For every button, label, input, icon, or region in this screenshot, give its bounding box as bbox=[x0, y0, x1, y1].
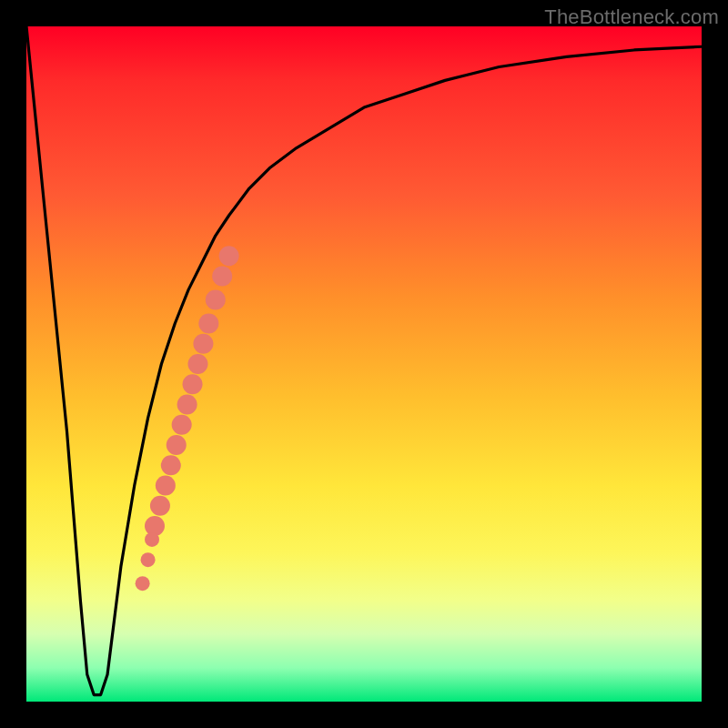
watermark-text: TheBottleneck.com bbox=[544, 5, 719, 29]
highlight-dot bbox=[198, 313, 218, 333]
highlight-dot bbox=[193, 334, 213, 354]
bottleneck-curve bbox=[26, 26, 702, 695]
highlight-dot bbox=[150, 496, 170, 516]
highlight-markers bbox=[136, 246, 239, 591]
highlight-dot bbox=[183, 374, 203, 394]
highlight-dot bbox=[187, 354, 207, 374]
chart-frame: TheBottleneck.com bbox=[0, 0, 728, 728]
highlight-dot bbox=[141, 552, 156, 567]
highlight-dot bbox=[145, 532, 159, 547]
highlight-dot bbox=[212, 267, 232, 287]
highlight-dot bbox=[219, 246, 239, 266]
plot-area bbox=[26, 26, 702, 702]
highlight-dot bbox=[136, 576, 150, 591]
highlight-dot bbox=[172, 415, 192, 435]
highlight-dot bbox=[206, 290, 226, 310]
highlight-dot bbox=[161, 455, 181, 475]
highlight-dot bbox=[167, 435, 187, 455]
highlight-dot bbox=[177, 395, 197, 415]
highlight-dot bbox=[156, 476, 176, 496]
chart-svg bbox=[26, 26, 702, 702]
